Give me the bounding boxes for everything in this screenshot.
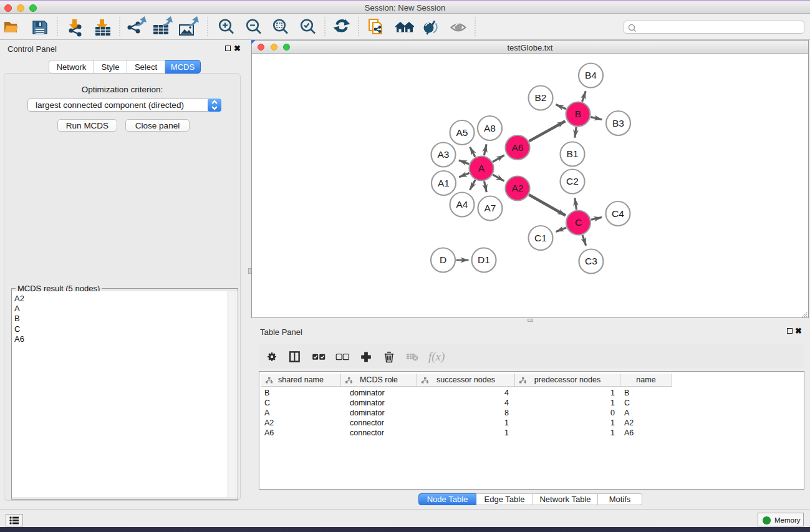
- svg-text:C1: C1: [534, 233, 547, 243]
- svg-text:C4: C4: [612, 208, 624, 219]
- svg-text:A2: A2: [512, 183, 524, 193]
- svg-text:A6: A6: [512, 142, 524, 153]
- svg-text:B3: B3: [612, 118, 624, 128]
- svg-text:B4: B4: [585, 70, 597, 80]
- svg-text:A: A: [478, 163, 485, 173]
- svg-text:A8: A8: [484, 123, 496, 133]
- svg-text:C: C: [575, 217, 582, 228]
- svg-text:A3: A3: [438, 149, 450, 160]
- svg-text:B2: B2: [535, 92, 547, 103]
- svg-text:A7: A7: [485, 203, 496, 213]
- svg-text:A1: A1: [438, 178, 450, 188]
- svg-text:C3: C3: [585, 256, 597, 266]
- svg-text:A4: A4: [456, 199, 468, 210]
- svg-text:A5: A5: [456, 127, 468, 138]
- svg-text:B1: B1: [567, 148, 579, 159]
- svg-text:f(x): f(x): [428, 350, 445, 364]
- svg-text:D1: D1: [478, 254, 490, 265]
- svg-text:C2: C2: [566, 176, 579, 186]
- svg-text:B: B: [575, 109, 581, 119]
- svg-text:D: D: [440, 254, 446, 265]
